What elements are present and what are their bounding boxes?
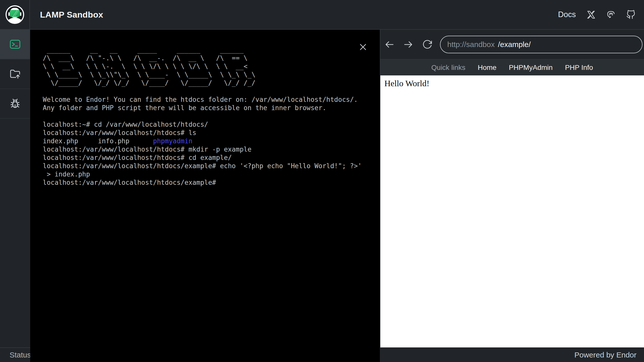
quick-links-label: Quick links [431,64,465,72]
astronaut-logo-icon [5,5,25,24]
x-twitter-icon[interactable] [586,10,596,19]
arrow-right-icon [403,39,414,50]
sidebar-item-terminal[interactable] [0,30,30,59]
status-label: Status: [10,351,33,359]
browser-forward-button[interactable] [403,39,414,50]
app-logo [0,0,30,29]
browser-viewport: Hello World! [380,75,644,347]
terminal-close-button[interactable] [358,42,368,52]
terminal-panel: ______ __ __ _____ ______ ______ /\ ___\… [30,30,380,362]
github-icon[interactable] [626,10,635,19]
browser-toolbar: http://sandbox /example/ [380,30,644,60]
powered-by-label: Powered by Endor [574,351,636,359]
page-body-text: Hello World! [384,79,644,88]
quick-links-bar: Quick links Home PHPMyAdmin PHP Info [380,60,644,75]
browser-back-button[interactable] [384,39,395,50]
browser-panel: http://sandbox /example/ Quick links Hom… [380,30,644,348]
browser-refresh-button[interactable] [422,39,433,50]
url-path-value: /example/ [498,40,531,49]
folder-upload-icon [9,68,21,80]
page-title: LAMP Sandbox [40,10,103,20]
docs-link[interactable]: Docs [558,10,576,19]
sidebar-item-upload[interactable] [0,59,30,89]
mastodon-icon[interactable] [606,10,616,19]
left-sidebar [0,30,30,347]
arrow-left-icon [384,39,395,50]
quick-link-home[interactable]: Home [478,64,497,72]
close-icon [358,42,368,52]
url-prefix: http://sandbox [447,40,495,49]
terminal-output[interactable]: ______ __ __ _____ ______ ______ /\ ___\… [30,30,380,187]
bug-icon [9,98,21,110]
sidebar-item-debug[interactable] [0,89,30,119]
top-bar: LAMP Sandbox Docs [0,0,644,30]
topbar-actions: Docs [558,10,644,19]
terminal-icon [9,38,21,50]
url-input[interactable]: http://sandbox /example/ [440,36,642,53]
quick-link-phpmyadmin[interactable]: PHPMyAdmin [509,64,553,72]
refresh-icon [422,39,433,50]
quick-link-phpinfo[interactable]: PHP Info [565,64,593,72]
